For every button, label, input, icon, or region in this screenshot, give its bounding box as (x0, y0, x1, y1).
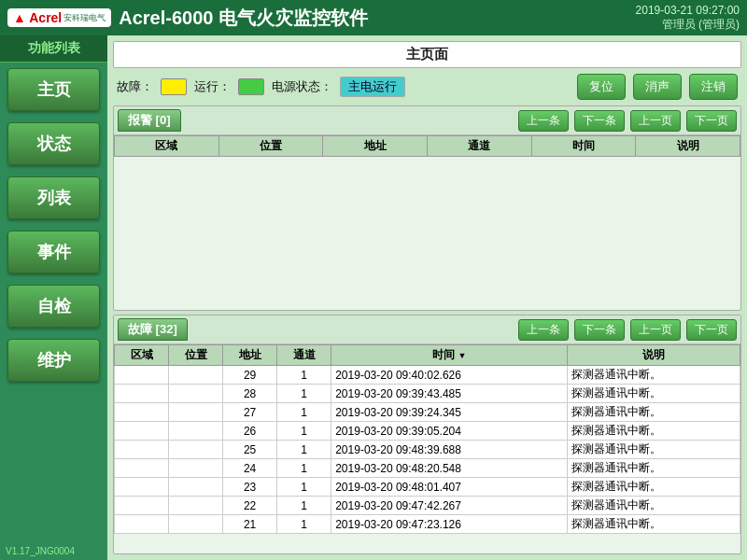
fault-table-row[interactable]: 2912019-03-20 09:40:02.626探测器通讯中断。 (115, 366, 740, 385)
logo-text: ▲ Acrel (13, 10, 62, 25)
fault-next-page[interactable]: 下一页 (686, 319, 737, 341)
alarm-table-body: 区域 位置 地址 通道 时间 说明 (114, 135, 740, 310)
fault-cell-channel: 1 (277, 497, 331, 515)
sidebar-item-events[interactable]: 事件 (7, 231, 100, 273)
fault-cell-pos (169, 478, 223, 497)
run-indicator (238, 78, 264, 95)
fault-cell-area (115, 441, 169, 459)
fault-cell-area (115, 385, 169, 403)
fault-col-desc: 说明 (568, 345, 740, 366)
fault-col-channel: 通道 (277, 345, 331, 366)
fault-cell-time: 2019-03-20 09:47:23.126 (331, 515, 568, 534)
fault-panel: 故障 [32] 上一条 下一条 上一页 下一页 区域 位置 地址 通道 (113, 315, 741, 554)
fault-col-pos: 位置 (169, 345, 223, 366)
fault-cell-area (115, 403, 169, 422)
mute-button[interactable]: 消声 (633, 74, 682, 100)
fault-cell-area (115, 478, 169, 497)
fault-cell-area (115, 459, 169, 478)
fault-cell-pos (169, 441, 223, 459)
fault-cell-pos (169, 403, 223, 422)
alarm-tab[interactable]: 报警 [0] (118, 109, 181, 132)
fault-table-row[interactable]: 2612019-03-20 09:39:05.204探测器通讯中断。 (115, 422, 740, 441)
fault-cell-time: 2019-03-20 09:39:05.204 (331, 422, 568, 441)
fault-cell-desc: 探测器通讯中断。 (568, 441, 740, 459)
fault-cell-area (115, 515, 169, 534)
sidebar-item-list[interactable]: 列表 (7, 176, 100, 219)
fault-table-row[interactable]: 2712019-03-20 09:39:24.345探测器通讯中断。 (115, 403, 740, 422)
fault-col-time: 时间 ▼ (331, 345, 568, 366)
alarm-prev-page[interactable]: 上一页 (630, 110, 681, 132)
fault-cell-time: 2019-03-20 09:47:42.267 (331, 497, 568, 515)
alarm-panel: 报警 [0] 上一条 下一条 上一页 下一页 区域 位置 地址 通道 (113, 105, 741, 311)
user-info: 管理员 (管理员) (636, 17, 740, 33)
cancel-button[interactable]: 注销 (689, 74, 738, 100)
fault-cell-channel: 1 (277, 403, 331, 422)
sidebar-item-home[interactable]: 主页 (7, 68, 100, 111)
datetime: 2019-03-21 09:27:00 (636, 4, 740, 17)
fault-cell-area (115, 497, 169, 515)
fault-cell-time: 2019-03-20 09:40:02.626 (331, 366, 568, 385)
fault-cell-desc: 探测器通讯中断。 (568, 459, 740, 478)
fault-tab[interactable]: 故障 [32] (118, 318, 188, 341)
fault-cell-pos (169, 459, 223, 478)
fault-table-row[interactable]: 2412019-03-20 09:48:20.548探测器通讯中断。 (115, 459, 740, 478)
fault-panel-header: 故障 [32] 上一条 下一条 上一页 下一页 (114, 315, 740, 344)
fault-cell-addr: 25 (223, 441, 277, 459)
fault-cell-channel: 1 (277, 366, 331, 385)
fault-table-row[interactable]: 2112019-03-20 09:47:23.126探测器通讯中断。 (115, 515, 740, 534)
alarm-col-pos: 位置 (218, 136, 323, 157)
logo-sub: 安科瑞电气 (63, 14, 106, 22)
sidebar-item-status[interactable]: 状态 (7, 122, 100, 165)
fault-col-addr: 地址 (223, 345, 277, 366)
fault-table-body: 区域 位置 地址 通道 时间 ▼ 说明 2912019-03-20 09: (114, 344, 740, 553)
fault-cell-pos (169, 366, 223, 385)
fault-table-row[interactable]: 2512019-03-20 09:48:39.688探测器通讯中断。 (115, 441, 740, 459)
fault-prev-item[interactable]: 上一条 (518, 319, 569, 341)
fault-table-row[interactable]: 2212019-03-20 09:47:42.267探测器通讯中断。 (115, 497, 740, 515)
fault-cell-desc: 探测器通讯中断。 (568, 403, 740, 422)
fault-col-area: 区域 (115, 345, 169, 366)
sidebar-item-selfcheck[interactable]: 自检 (7, 285, 100, 328)
power-value: 主电运行 (340, 77, 405, 97)
fault-cell-addr: 28 (223, 385, 277, 403)
reset-button[interactable]: 复位 (577, 74, 626, 100)
fault-cell-addr: 23 (223, 478, 277, 497)
fault-cell-pos (169, 385, 223, 403)
fault-cell-desc: 探测器通讯中断。 (568, 478, 740, 497)
app-title: Acrel-6000 电气火灾监控软件 (119, 6, 368, 31)
alarm-prev-item[interactable]: 上一条 (518, 110, 569, 132)
main-content: 主页面 故障： 运行： 电源状态： 主电运行 复位 消声 注销 报警 [0] 上… (107, 35, 747, 560)
sidebar-title: 功能列表 (0, 35, 107, 63)
sidebar-item-maintenance[interactable]: 维护 (7, 339, 100, 382)
version-label: V1.17_JNG0004 (0, 542, 107, 560)
fault-next-item[interactable]: 下一条 (574, 319, 625, 341)
alarm-next-page[interactable]: 下一页 (686, 110, 737, 132)
fault-cell-channel: 1 (277, 441, 331, 459)
fault-table-row[interactable]: 2312019-03-20 09:48:01.407探测器通讯中断。 (115, 478, 740, 497)
fault-cell-time: 2019-03-20 09:48:01.407 (331, 478, 568, 497)
fault-label: 故障： (117, 78, 153, 95)
fault-cell-desc: 探测器通讯中断。 (568, 497, 740, 515)
alarm-col-area: 区域 (115, 136, 219, 157)
sidebar: 功能列表 主页 状态 列表 事件 自检 维护 V1.17_JNG0004 (0, 35, 107, 560)
fault-table-row[interactable]: 2812019-03-20 09:39:43.485探测器通讯中断。 (115, 385, 740, 403)
fault-cell-desc: 探测器通讯中断。 (568, 385, 740, 403)
logo-box: ▲ Acrel 安科瑞电气 (7, 8, 111, 27)
fault-cell-desc: 探测器通讯中断。 (568, 515, 740, 534)
fault-cell-channel: 1 (277, 478, 331, 497)
fault-cell-addr: 26 (223, 422, 277, 441)
logo-area: ▲ Acrel 安科瑞电气 Acrel-6000 电气火灾监控软件 (7, 6, 368, 31)
fault-cell-addr: 24 (223, 459, 277, 478)
alarm-col-channel: 通道 (427, 136, 531, 157)
header-info: 2019-03-21 09:27:00 管理员 (管理员) (636, 4, 740, 33)
alarm-col-desc: 说明 (636, 136, 740, 157)
alarm-panel-header: 报警 [0] 上一条 下一条 上一页 下一页 (114, 106, 740, 135)
fault-prev-page[interactable]: 上一页 (630, 319, 681, 341)
fault-cell-area (115, 422, 169, 441)
fault-cell-channel: 1 (277, 385, 331, 403)
fault-cell-desc: 探测器通讯中断。 (568, 422, 740, 441)
run-label: 运行： (194, 78, 231, 95)
sort-arrow: ▼ (458, 351, 466, 360)
fault-cell-area (115, 366, 169, 385)
alarm-next-item[interactable]: 下一条 (574, 110, 625, 132)
